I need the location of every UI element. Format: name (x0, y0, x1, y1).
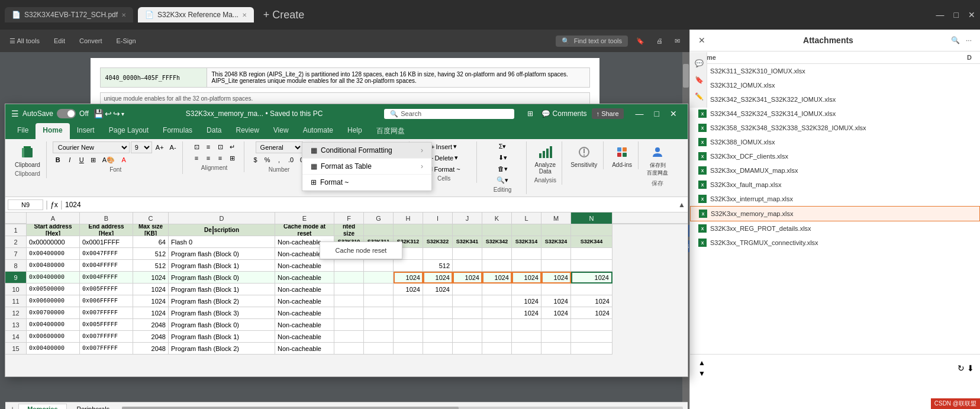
cell-14-N[interactable] (571, 331, 612, 343)
cell-7-N[interactable] (571, 248, 612, 260)
excel-close-button[interactable]: ✕ (665, 108, 682, 120)
sum-button[interactable]: Σ▾ (497, 141, 509, 152)
ribbon-tab-help[interactable]: Help (340, 123, 369, 139)
add-sheet-button[interactable]: + (8, 403, 17, 410)
h-scrollbar-track[interactable] (122, 407, 683, 410)
cell-12-M[interactable]: 1024 (541, 307, 571, 319)
cell-7-A[interactable]: 0x00400000 (27, 248, 80, 260)
col-header-H[interactable]: H (394, 212, 423, 224)
cell-11-C[interactable]: 1024 (133, 295, 169, 307)
row-header-9[interactable]: 9 (5, 272, 27, 284)
cell-7-D[interactable]: Program flash (Block 0) (169, 248, 275, 260)
border-button[interactable]: ⊞ (88, 154, 99, 165)
function-icon[interactable]: ƒx (50, 201, 58, 209)
cell-1-N[interactable] (571, 224, 612, 236)
cell-10-E[interactable]: Non-cacheable (275, 284, 334, 295)
cell-9-M[interactable]: 1024 (541, 272, 571, 284)
cell-13-F[interactable] (334, 319, 364, 331)
align-top-right-button[interactable]: ⊡ (215, 141, 225, 152)
cell-14-H[interactable] (394, 331, 423, 343)
cell-10-D[interactable]: Program flash (Block 1) (169, 284, 275, 295)
cell-15-K[interactable] (482, 343, 512, 355)
cell-reference-box[interactable] (8, 199, 43, 210)
cell-13-E[interactable]: Non-cacheable (275, 319, 334, 331)
cell-7-K[interactable] (482, 248, 512, 260)
bold-button[interactable]: B (53, 154, 63, 165)
cell-9-N[interactable]: 1024 (571, 272, 612, 284)
excel-maximize-button[interactable]: □ (650, 108, 664, 120)
cell-15-N[interactable] (571, 343, 612, 355)
ribbon-tab-insert[interactable]: Insert (70, 123, 102, 139)
col-header-F[interactable]: F (334, 212, 364, 224)
find-select-button[interactable]: 🔍▾ (494, 175, 511, 185)
convert-button[interactable]: Convert (76, 36, 106, 46)
cell-2-N[interactable]: S32K344 (571, 236, 612, 248)
cell-11-K[interactable] (482, 295, 512, 307)
cell-10-N[interactable] (571, 284, 612, 295)
cell-2-M[interactable]: S32K324 (541, 236, 571, 248)
col-header-J[interactable]: J (453, 212, 482, 224)
undo-button[interactable]: ↩ (105, 109, 112, 118)
cell-10-L[interactable] (512, 284, 541, 295)
cell-9-L[interactable]: 1024 (512, 272, 541, 284)
cell-15-H[interactable] (394, 343, 423, 355)
cell-1-J[interactable] (453, 224, 482, 236)
cell-7-B[interactable]: 0x0047FFFF (80, 248, 133, 260)
row-header-13[interactable]: 13 (5, 319, 27, 331)
ribbon-tab-baidu[interactable]: 百度网盘 (369, 123, 412, 139)
row-header-11[interactable]: 11 (5, 295, 27, 307)
find-tools-input[interactable]: 🔍 Find text or tools (556, 36, 628, 47)
attachment-item-2[interactable]: X S32K342_S32K341_S32K322_IOMUX.xlsx (690, 92, 980, 107)
cell-2-D[interactable]: Flash 0 (169, 236, 275, 248)
browser-tab-pdf[interactable]: 📄 S32K3X4EVB-T172_SCH.pdf ✕ (5, 7, 133, 22)
sheet-tab-memories[interactable]: Memories (18, 404, 66, 409)
cell-14-I[interactable] (423, 331, 453, 343)
autosave-toggle[interactable] (57, 109, 76, 118)
cell-11-M[interactable]: 1024 (541, 295, 571, 307)
browser-tab-ref[interactable]: 📄 S32K3xx Reference Ma... ✕ (138, 7, 254, 22)
cell-14-E[interactable]: Non-cacheable (275, 331, 334, 343)
merge-button[interactable]: ⊞ (227, 153, 237, 163)
menu-button[interactable]: ☰ All tools (6, 36, 43, 47)
h-scrollbar-thumb[interactable] (122, 407, 459, 410)
expand-formula-button[interactable]: ▲ (678, 201, 685, 209)
cf-menu-item-conditional[interactable]: ▦ Conditional Formatting › (302, 143, 431, 159)
cell-2-I[interactable]: S32K322 (423, 236, 453, 248)
italic-button[interactable]: I (65, 154, 75, 165)
cell-1-F[interactable]: Implemented size [KB] (334, 224, 364, 236)
scroll-up-button[interactable]: ▲ (696, 358, 708, 368)
attachments-more-icon[interactable]: ··· (966, 36, 972, 44)
cell-8-L[interactable] (512, 260, 541, 272)
cell-9-C[interactable]: 1024 (133, 272, 169, 284)
cell-12-F[interactable] (334, 307, 364, 319)
align-center-button[interactable]: ≡ (203, 153, 214, 163)
cell-13-A[interactable]: 0x00400000 (27, 319, 80, 331)
cell-8-B[interactable]: 0x004FFFFF (80, 260, 133, 272)
cell-9-B[interactable]: 0x004FFFFF (80, 272, 133, 284)
decimal-increase-button[interactable]: .0 (286, 154, 296, 165)
new-tab-button[interactable]: + Create (259, 7, 310, 24)
sidebar-comments-icon[interactable]: 💬 (692, 57, 704, 70)
cf-menu-item-format[interactable]: ⊞ Format ~ (302, 175, 431, 191)
col-header-A[interactable]: A (27, 212, 80, 224)
col-header-B[interactable]: B (80, 212, 133, 224)
cell-1-C[interactable]: Max size [KB] (133, 224, 169, 236)
comments-button[interactable]: 💬 Comments (538, 108, 590, 119)
cell-14-J[interactable] (453, 331, 482, 343)
row-header-8[interactable]: 8 (5, 260, 27, 272)
cell-11-G[interactable] (364, 295, 394, 307)
ribbon-tab-formulas[interactable]: Formulas (156, 123, 199, 139)
attachment-item-3[interactable]: X S32K344_S32K324_S32K314_IOMUX.xlsx (690, 107, 980, 121)
paste-button[interactable]: Clipboard (12, 141, 43, 169)
cell-11-D[interactable]: Program flash (Block 2) (169, 295, 275, 307)
cell-11-E[interactable]: Non-cacheable (275, 295, 334, 307)
row-header-14[interactable]: 14 (5, 331, 27, 343)
attachment-item-12[interactable]: X S32K3xx_TRGMUX_connectivity.xlsx (690, 236, 980, 250)
quick-access-dropdown[interactable]: ▾ (121, 111, 124, 117)
ribbon-tab-review[interactable]: Review (228, 123, 266, 139)
ribbon-tab-view[interactable]: View (266, 123, 296, 139)
cell-11-J[interactable] (453, 295, 482, 307)
cell-1-H[interactable] (394, 224, 423, 236)
addins-button[interactable]: Add-ins (610, 141, 634, 169)
cell-11-N[interactable]: 1024 (571, 295, 612, 307)
